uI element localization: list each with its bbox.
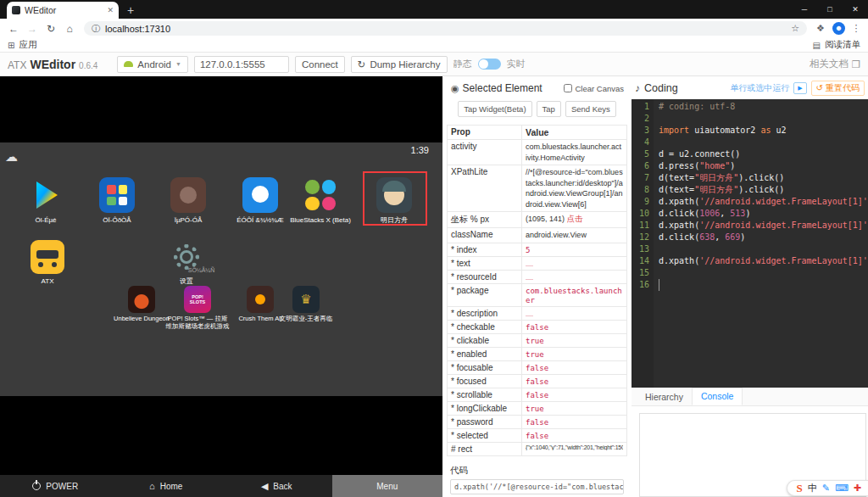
device-power-button[interactable]: POWER <box>0 475 111 497</box>
code-line[interactable]: d.xpath('//android.widget.FrameLayout[1]… <box>659 196 868 208</box>
code-line[interactable] <box>659 137 868 148</box>
prop-name: * scrollable <box>448 388 522 401</box>
tap-here-link[interactable]: 点击 <box>565 214 583 223</box>
run-button[interactable]: ▶ <box>793 82 806 94</box>
site-info-icon[interactable]: ⓘ <box>92 23 100 35</box>
app-google-play[interactable]: Öl-Éµé <box>10 177 81 224</box>
app-settings[interactable]: 设置 <box>151 240 222 285</box>
prop-name: * text <box>448 256 522 270</box>
prop-value: true <box>522 333 627 347</box>
code-line[interactable]: d = u2.connect() <box>659 148 868 160</box>
chinese-mode-icon[interactable]: 中 <box>808 483 817 493</box>
tab-console[interactable]: Console <box>692 388 743 405</box>
music-note-icon: ♪ <box>635 82 640 94</box>
prop-row: * focusablefalse <box>448 360 627 374</box>
gear-icon <box>174 244 199 270</box>
handwriting-icon[interactable]: ✎ <box>822 483 830 493</box>
prop-value[interactable]: com.bluestacks.launcher <box>522 283 627 306</box>
target-icon: ◉ <box>451 83 459 94</box>
code-line[interactable] <box>659 279 868 291</box>
reading-list-label[interactable]: 阅读清单 <box>825 39 860 51</box>
keyboard-icon[interactable]: ⌨ <box>835 483 849 493</box>
run-selection-link[interactable]: 单行或选中运行 <box>730 82 789 94</box>
dump-hierarchy-button[interactable]: ↻ Dump Hierarchy <box>351 56 448 73</box>
code-line[interactable]: d.xpath('//android.widget.FrameLayout[1]… <box>659 220 868 232</box>
prop-row: * description <box>448 306 627 320</box>
prop-value[interactable] <box>522 306 627 320</box>
app-tile-2[interactable]: ÖÏ-ÔðÒÅ <box>81 177 153 224</box>
extensions-icon[interactable]: ❖ <box>813 23 828 34</box>
app-atx[interactable]: ATX <box>12 240 83 285</box>
reset-code-button[interactable]: ↺ 重置代码 <box>811 81 865 96</box>
prop-column-header: Prop <box>448 126 522 140</box>
tab-hierarchy[interactable]: Hierarchy <box>637 389 692 405</box>
device-menu-button[interactable]: Menu <box>332 475 443 497</box>
minimize-button[interactable]: ─ <box>792 0 817 19</box>
close-button[interactable]: ✕ <box>843 0 868 19</box>
code-line[interactable]: import uiautomator2 as u2 <box>659 125 868 137</box>
line-number: 12 <box>632 232 649 243</box>
app-unbelieve-dungeon[interactable]: Unbelieve Dungeon <box>111 286 172 323</box>
back-icon[interactable]: ← <box>5 23 22 35</box>
generated-code-input[interactable]: d.xpath('//*[@resource-id="com.bluestack… <box>450 479 624 494</box>
clear-canvas-checkbox[interactable] <box>564 84 572 92</box>
code-line[interactable]: d(text="明日方舟").click() <box>659 184 868 196</box>
app-pop-slots[interactable]: POP! SLOTS POP! Slots™ — 拉斯维加斯赌场老虎机游戏 <box>167 286 228 330</box>
browser-menu-icon[interactable]: ⋮ <box>849 23 863 34</box>
prop-value[interactable]: 5 <box>522 243 627 256</box>
code-editor[interactable]: 12345678910111213141516 # coding: utf-8 … <box>632 99 868 388</box>
tab-close-icon[interactable]: ✕ <box>107 6 114 14</box>
folder-hint-text: SÔ¼Å¼Ñ <box>0 267 403 273</box>
prop-value[interactable] <box>522 270 627 283</box>
realtime-toggle[interactable] <box>478 59 501 70</box>
sogou-logo-icon[interactable]: S <box>796 483 802 494</box>
code-line[interactable] <box>659 113 868 125</box>
prop-value[interactable] <box>522 256 627 270</box>
docs-link[interactable]: 相关文档 ❐ <box>810 58 860 70</box>
prop-value: com.bluestacks.launcher.activity.HomeAct… <box>522 140 627 165</box>
forward-icon[interactable]: → <box>24 23 41 35</box>
reload-icon[interactable]: ↻ <box>42 23 59 35</box>
app-bluestacks-x[interactable]: BlueStacks X (Beta) <box>285 177 356 224</box>
code-line[interactable]: d(text="明日方舟").click() <box>659 172 868 184</box>
url-text[interactable]: localhost:17310 <box>105 24 786 34</box>
app-label: BlueStacks X (Beta) <box>285 216 356 224</box>
reading-list-icon[interactable]: ▤ <box>813 41 821 50</box>
editor-code[interactable]: # coding: utf-8 import uiautomator2 as u… <box>654 99 868 388</box>
prop-name: 坐标 % px <box>448 212 522 228</box>
tap-button[interactable]: Tap <box>537 101 561 117</box>
app-civilization[interactable]: ♛ 文明霸业-王者再临 <box>275 286 337 323</box>
toolbox-icon[interactable]: ✚ <box>854 483 861 493</box>
bluestacks-x-icon <box>303 177 338 213</box>
app-brand: ATX WEditor 0.6.4 <box>8 58 97 71</box>
new-tab-button[interactable]: + <box>127 4 134 16</box>
clear-canvas-control[interactable]: Clear Canvas <box>564 84 624 93</box>
element-action-buttons: Tap Widget(Beta) Tap Send Keys <box>447 97 627 125</box>
code-line[interactable] <box>659 243 868 255</box>
apps-shortcut-label[interactable]: 应用 <box>19 39 36 51</box>
app-tile-3[interactable]: ÏµPÓ-ÓÅ <box>153 177 224 224</box>
code-line[interactable]: d.click(1006, 513) <box>659 208 868 220</box>
line-number: 11 <box>632 220 649 232</box>
crush-them-all-icon <box>247 286 274 313</box>
home-icon[interactable]: ⌂ <box>61 23 78 35</box>
send-keys-button[interactable]: Send Keys <box>565 101 616 117</box>
code-line[interactable]: d.click(638, 669) <box>659 232 868 243</box>
maximize-button[interactable]: □ <box>817 0 843 19</box>
code-line[interactable]: # coding: utf-8 <box>659 101 868 113</box>
address-bar[interactable]: ⓘ localhost:17310 ☆ <box>84 21 807 36</box>
code-line[interactable] <box>659 267 868 279</box>
profile-avatar[interactable]: ☻ <box>832 22 845 35</box>
bookmark-star-icon[interactable]: ☆ <box>791 23 799 34</box>
code-line[interactable]: d.xpath('//android.widget.FrameLayout[1]… <box>659 255 868 267</box>
device-address-input[interactable] <box>194 56 289 73</box>
device-home-button[interactable]: ⌂ Home <box>111 475 222 497</box>
connect-button[interactable]: Connect <box>295 56 345 73</box>
device-back-button[interactable]: ◀ Back <box>221 475 332 497</box>
apps-grid-icon[interactable]: ⊞ <box>8 41 14 50</box>
platform-select[interactable]: Android ▼ <box>117 56 188 73</box>
browser-tab[interactable]: WEditor ✕ <box>7 2 119 19</box>
code-line[interactable]: d.press("home") <box>659 160 868 172</box>
tap-widget-button[interactable]: Tap Widget(Beta) <box>458 101 531 117</box>
app-label: 设置 <box>151 277 222 285</box>
